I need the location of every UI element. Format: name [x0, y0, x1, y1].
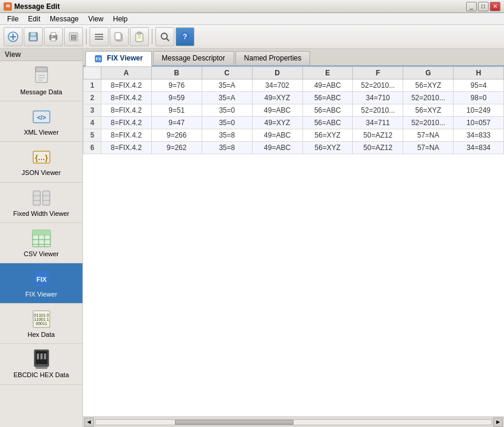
table-cell: 8=FIX.4.2 [101, 141, 152, 154]
table-cell: 9=59 [151, 91, 202, 104]
align-button[interactable] [90, 27, 109, 46]
col-header-h: H [454, 66, 504, 79]
table-cell: 8=FIX.4.2 [101, 79, 152, 91]
xml-viewer-label: XML Viewer [24, 129, 59, 136]
table-cell: 34=833 [454, 129, 504, 141]
scroll-track[interactable] [95, 419, 492, 425]
sidebar-item-fix-viewer[interactable]: FIX FIX Viewer [0, 263, 82, 304]
find-button[interactable] [155, 27, 174, 46]
table-cell: 35=A [202, 79, 252, 91]
sidebar-item-fixed-width-viewer[interactable]: Fixed Width Viewer [0, 183, 82, 223]
table-cell: 8=FIX.4.2 [101, 104, 152, 116]
tab-bar: FX FIX Viewer Message Descriptor Named P… [83, 49, 504, 66]
toolbar-separator-2 [152, 29, 152, 44]
save-button[interactable] [24, 27, 43, 46]
svg-text:FIX: FIX [36, 276, 47, 283]
table-cell: 8=FIX.4.2 [101, 91, 152, 104]
menu-help[interactable]: Help [109, 14, 133, 24]
toolbar: ▤ ? [0, 25, 504, 49]
csv-viewer-icon [31, 228, 52, 249]
app-icon: ✉ [4, 2, 12, 11]
sidebar-item-xml-viewer[interactable]: </> XML Viewer [0, 101, 82, 142]
help-icon: ? [179, 31, 191, 43]
csv-viewer-label: CSV Viewer [24, 250, 59, 258]
scroll-thumb[interactable] [175, 420, 294, 425]
save-icon [27, 31, 39, 43]
table-cell: 34=834 [454, 141, 504, 154]
table-cell: 56=ABC [302, 116, 353, 129]
ebcdic-hex-data-icon [31, 349, 52, 370]
window-controls: _ □ ✕ [466, 2, 500, 11]
col-header-a: A [101, 66, 152, 79]
table-cell: 50=AZ12 [353, 129, 403, 141]
menu-message[interactable]: Message [45, 14, 84, 24]
align-icon [93, 31, 105, 43]
svg-text:{…}: {…} [35, 154, 48, 162]
table-cell: 49=ABC [252, 129, 302, 141]
message-data-icon [31, 66, 52, 87]
svg-rect-9 [52, 36, 53, 37]
table-cell: 56=XYZ [302, 141, 353, 154]
table-cell: 52=2010... [403, 91, 454, 104]
table-cell: 49=XYZ [252, 91, 302, 104]
table-cell: 9=262 [151, 141, 202, 154]
table-cell: 8=FIX.4.2 [101, 116, 152, 129]
table-row: 58=FIX.4.29=26635=849=ABC56=XYZ50=AZ1257… [84, 129, 504, 141]
print-button[interactable] [44, 27, 63, 46]
scroll-right-arrow[interactable]: ▶ [493, 418, 503, 427]
minimize-button[interactable]: _ [466, 2, 477, 11]
menu-bar: File Edit Message View Help [0, 13, 504, 25]
svg-text:01101 0: 01101 0 [34, 313, 49, 317]
menu-view[interactable]: View [84, 14, 109, 24]
menu-file[interactable]: File [2, 14, 23, 24]
help-button[interactable]: ? [176, 27, 194, 46]
row-number-cell: 1 [84, 79, 101, 91]
table-cell: 49=ABC [252, 141, 302, 154]
table-cell: 34=710 [353, 91, 403, 104]
menu-edit[interactable]: Edit [23, 14, 45, 24]
table-cell: 34=702 [252, 79, 302, 91]
table-cell: 57=NA [403, 141, 454, 154]
sidebar-item-ebcdic-hex-data[interactable]: EBCDIC HEX Data [0, 344, 82, 384]
table-header-row: A B C D E F G H [84, 66, 504, 79]
tab-fix-viewer[interactable]: FX FIX Viewer [85, 51, 152, 66]
row-number-cell: 6 [84, 141, 101, 154]
data-table-container[interactable]: A B C D E F G H 18=FIX.4.29=7635=A34=702… [83, 66, 504, 416]
svg-text:FX: FX [96, 57, 101, 61]
tab-named-properties[interactable]: Named Properties [235, 51, 311, 65]
table-cell: 35=A [202, 91, 252, 104]
horizontal-scrollbar[interactable]: ◀ ▶ [83, 416, 504, 427]
paste-button[interactable] [130, 27, 149, 46]
svg-rect-5 [30, 37, 36, 40]
fix-viewer-label: FIX Viewer [25, 291, 58, 298]
message-data-label: Message Data [20, 88, 62, 96]
maximize-button[interactable]: □ [478, 2, 489, 11]
svg-text:11001 1: 11001 1 [34, 317, 49, 321]
new-button[interactable] [4, 27, 23, 46]
xml-viewer-icon: </> [31, 106, 52, 128]
scroll-left-arrow[interactable]: ◀ [84, 418, 94, 427]
cut-button[interactable]: ▤ [64, 27, 83, 46]
table-cell: 52=2010... [403, 116, 454, 129]
title-bar-left: ✉ Message Edit [4, 2, 60, 11]
col-header-b: B [151, 66, 202, 79]
svg-rect-58 [36, 367, 47, 369]
sidebar-item-message-data[interactable]: Message Data [0, 61, 82, 101]
svg-text:</>: </> [37, 114, 46, 121]
table-cell: 56=XYZ [302, 129, 353, 141]
right-panel: FX FIX Viewer Message Descriptor Named P… [83, 49, 504, 427]
hex-data-label: Hex Data [28, 331, 55, 339]
sidebar-item-csv-viewer[interactable]: CSV Viewer [0, 223, 82, 263]
row-number-cell: 3 [84, 104, 101, 116]
sidebar-item-hex-data[interactable]: 01101 0 11001 1 00011 Hex Data [0, 304, 82, 344]
svg-line-22 [167, 39, 169, 41]
svg-rect-26 [36, 67, 47, 72]
sidebar-header: View [0, 49, 82, 61]
close-button[interactable]: ✕ [490, 2, 500, 11]
hex-data-icon: 01101 0 11001 1 00011 [31, 308, 52, 330]
copy-button[interactable] [110, 27, 129, 46]
tab-message-descriptor[interactable]: Message Descriptor [153, 51, 234, 65]
sidebar-item-json-viewer[interactable]: {…} JSON Viewer [0, 142, 82, 182]
svg-text:▤: ▤ [71, 33, 76, 40]
col-header-e: E [302, 66, 353, 79]
